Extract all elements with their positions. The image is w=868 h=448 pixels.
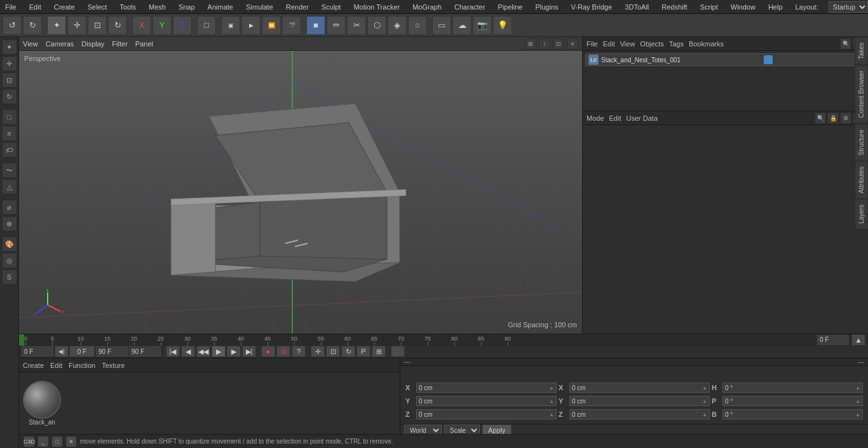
step-back-btn[interactable]: ◀ [181,346,195,357]
rp-bookmarks-menu[interactable]: Bookmarks [689,40,724,48]
camera-tl-btn[interactable]: 🎥 [391,346,405,357]
attr-search-icon[interactable]: 🔍 [815,112,826,124]
sidebar-sel1[interactable]: ✦ [2,39,17,55]
menu-select[interactable]: Select [85,2,110,12]
vp-icon3[interactable]: ⊡ [553,38,564,50]
bevel-button[interactable]: ◈ [388,16,407,35]
render-anim-button[interactable]: ⏩ [262,16,281,35]
render-active-button[interactable]: ▶ [241,16,261,35]
loop-button[interactable]: ○ [408,16,427,35]
coord-x-rot-field[interactable]: 0 cm ▲ [569,383,710,393]
frame-arrow[interactable]: ▲ [851,334,865,346]
menu-vray[interactable]: V-Ray Bridge [569,2,615,12]
rp-file-menu[interactable]: File [587,40,598,48]
tab-takes[interactable]: Takes [855,37,868,65]
menu-simulate[interactable]: Simulate [243,2,276,12]
sidebar-poly[interactable]: △ [2,179,17,194]
menu-file[interactable]: File [3,2,19,12]
tab-layers[interactable]: Layers [855,199,868,229]
play-back-btn[interactable]: ◀◀ [196,346,210,357]
z-axis-button[interactable]: Z [173,16,192,35]
coord-y-pos-field[interactable]: 0 cm ▲ [416,396,557,406]
attr-lock-icon[interactable]: 🔒 [827,112,839,124]
objects-search-icon[interactable]: 🔍 [840,38,851,50]
menu-mograph[interactable]: MoGraph [410,2,444,12]
tab-attributes[interactable]: Attributes [855,161,868,199]
sidebar-spline[interactable]: 〜 [2,163,17,178]
sidebar-generator[interactable]: ⊕ [2,216,17,231]
viewport[interactable]: View Cameras Display Filter Panel ⊞ ↕ ⊡ … [19,37,582,334]
menu-script[interactable]: Script [698,2,721,12]
step-fwd-btn[interactable]: ▶ [227,346,241,357]
rotate-tl-btn[interactable]: ↻ [341,346,355,357]
menu-character[interactable]: Character [452,2,487,12]
go-start-btn[interactable]: |◀ [166,346,180,357]
sidebar-sculpt-btn[interactable]: ◎ [2,253,17,268]
keyframe-btn[interactable]: ? [292,346,306,357]
current-frame-field[interactable]: 0 F [817,335,849,345]
menu-redshift[interactable]: Redshift [659,2,689,12]
end-frame-field2[interactable]: 90 F [129,346,161,356]
menu-pipeline[interactable]: Pipeline [495,2,525,12]
record-btn[interactable]: ● [261,346,275,357]
floor-button[interactable]: ▭ [432,16,451,35]
sidebar-paint[interactable]: 🎨 [2,236,17,252]
sidebar-layer[interactable]: ≡ [2,126,17,141]
y-axis-button[interactable]: Y [153,16,172,35]
menu-tools[interactable]: Tools [117,2,139,12]
autokey-btn[interactable]: ⊙ [276,346,290,357]
render-region-button[interactable]: ▣ [221,16,240,35]
scale-tool-button[interactable]: ⊡ [88,16,107,35]
pen-tool-button[interactable]: ✏ [327,16,346,35]
sidebar-tag[interactable]: 🏷 [2,142,17,158]
sidebar-sym[interactable]: S [2,269,17,285]
status-restore-icon[interactable]: □ [52,437,62,447]
layout-select[interactable]: Startup [829,1,868,13]
vp-view-menu[interactable]: View [23,40,38,48]
status-close-icon[interactable]: ✕ [66,437,76,447]
light-button[interactable]: 💡 [493,16,512,35]
x-axis-button[interactable]: X [132,16,151,35]
menu-edit[interactable]: Edit [27,2,44,12]
menu-help[interactable]: Help [766,2,785,12]
redo-button[interactable]: ↻ [23,16,42,35]
coord-h-field[interactable]: 0 ° ▲ [722,383,863,393]
param-tl-btn[interactable]: P [356,346,370,357]
menu-sculpt[interactable]: Sculpt [319,2,344,12]
rp-tags-menu[interactable]: Tags [669,40,684,48]
sidebar-move[interactable]: ✛ [2,56,17,71]
undo-button[interactable]: ↺ [3,16,22,35]
extrude-button[interactable]: ⬡ [367,16,386,35]
attr-gear-icon[interactable]: ⚙ [840,112,851,124]
coord-y-rot-field[interactable]: 0 cm ▲ [569,396,710,406]
rp-view-menu[interactable]: View [620,40,635,48]
camera-button[interactable]: 📷 [473,16,492,35]
cube-button[interactable]: ■ [306,16,325,35]
go-end-btn[interactable]: ▶| [242,346,256,357]
rp-edit-menu[interactable]: Edit [603,40,615,48]
mat-create-menu[interactable]: Create [23,362,44,369]
start-frame-field[interactable]: 0 F [22,346,53,356]
object-mode-button[interactable]: □ [197,16,216,35]
menu-window[interactable]: Window [728,2,758,12]
play-btn[interactable]: ▶ [212,346,226,357]
coord-z-rot-field[interactable]: 0 cm ▲ [569,409,710,419]
coord-z-pos-field[interactable]: 0 cm ▲ [416,409,557,419]
sidebar-deformer[interactable]: ⌀ [2,200,17,215]
menu-render[interactable]: Render [283,2,311,12]
end-frame-field1[interactable]: 90 F [96,346,128,356]
coord-p-field[interactable]: 0 ° ▲ [722,396,863,406]
mat-edit-menu[interactable]: Edit [50,362,62,369]
vp-display-menu[interactable]: Display [81,40,104,48]
prev-frame-dec-btn[interactable]: ◀| [55,346,69,357]
menu-motion-tracker[interactable]: Motion Tracker [351,2,402,12]
render-preview-button[interactable]: 🎬 [282,16,301,35]
rotate-tool-button[interactable]: ↻ [108,16,127,35]
sidebar-obj[interactable]: □ [2,109,17,125]
vp-icon2[interactable]: ↕ [539,38,550,50]
tab-content-browser[interactable]: Content Browser [855,65,868,123]
menu-3dtoall[interactable]: 3DToAll [622,2,651,12]
scale-tl-btn[interactable]: ⊡ [326,346,340,357]
vp-filter-menu[interactable]: Filter [112,40,127,48]
viewport-canvas[interactable]: Perspective Grid Spacing : 100 cm X Y Z [19,51,582,334]
